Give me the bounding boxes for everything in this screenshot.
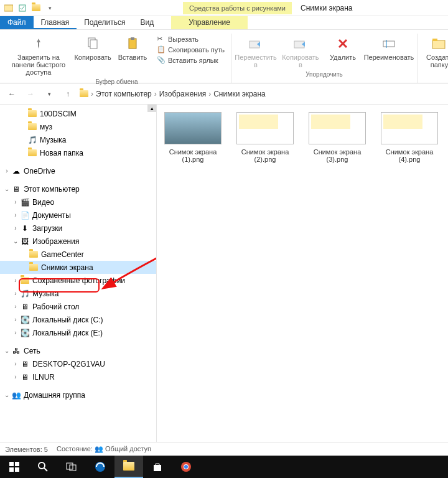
tree-documents[interactable]: 📄Документы [0, 209, 156, 222]
tree-item[interactable]: 🎵Музыка [0, 133, 156, 146]
documents-icon: 📄 [20, 210, 30, 220]
tab-share[interactable]: Поделиться [77, 16, 133, 29]
tree-gamecenter[interactable]: GameCenter [0, 248, 156, 261]
window-title: Снимки экрана [292, 1, 362, 15]
copy-label: Копировать [74, 54, 111, 61]
pictures-icon: 🖼 [20, 237, 30, 246]
tab-home[interactable]: Главная [34, 16, 77, 29]
tree-this-pc[interactable]: 🖥Этот компьютер [0, 182, 156, 195]
delete-button[interactable]: Удалить [324, 34, 362, 70]
svg-rect-14 [9, 467, 14, 472]
new-folder-button[interactable]: Создать папку [420, 34, 448, 70]
paste-shortcut-button[interactable]: 📎Вставить ярлык [157, 56, 225, 65]
crumb-pictures[interactable]: Изображения [159, 90, 206, 98]
task-view-button[interactable] [57, 456, 86, 478]
svg-rect-0 [4, 5, 13, 11]
taskbar [0, 456, 448, 478]
nav-up-button[interactable]: ↑ [61, 87, 75, 101]
clipboard-group-label: Буфер обмена [96, 77, 138, 87]
tree-item[interactable]: муз [0, 120, 156, 133]
tree-network-pc[interactable]: 🖥ILNUR [0, 370, 156, 383]
paste-icon [124, 35, 141, 52]
chrome-button[interactable] [172, 456, 200, 478]
edge-button[interactable] [86, 456, 114, 478]
file-name: Снимок экрана (1).png [164, 148, 222, 163]
navigation-tree: 100DSCIM муз 🎵Музыка Новая папка ☁OneDri… [0, 105, 157, 442]
tree-pictures[interactable]: 🖼Изображения [0, 235, 156, 248]
nav-history-dropdown[interactable]: ▾ [42, 87, 56, 101]
tree-music[interactable]: 🎵Музыка [0, 287, 156, 300]
file-name: Снимок экрана (2).png [236, 148, 294, 163]
paste-label: Вставить [118, 54, 147, 61]
svg-rect-4 [129, 39, 136, 49]
video-icon: 🎬 [20, 197, 30, 207]
ribbon: Закрепить на панели быстрого доступа Коп… [0, 30, 448, 83]
ribbon-tabs: Файл Главная Поделиться Вид Управление [0, 16, 448, 30]
rename-button[interactable]: Переименовать [363, 34, 414, 70]
crumb-screenshots[interactable]: Снимки экрана [213, 90, 266, 98]
tree-disk-e[interactable]: 💽Локальный диск (E:) [0, 326, 156, 339]
svg-point-24 [184, 465, 188, 469]
move-to-label: Переместить в [235, 54, 276, 68]
qat-properties-icon[interactable] [17, 3, 27, 13]
app-menu-icon[interactable] [4, 3, 14, 13]
title-bar: ▾ Средства работы с рисунками Снимки экр… [0, 0, 448, 16]
tree-desktop[interactable]: 🖥Рабочий стол [0, 300, 156, 313]
tab-view[interactable]: Вид [133, 16, 161, 29]
delete-label: Удалить [330, 54, 356, 61]
tree-disk-c[interactable]: 💽Локальный диск (C:) [0, 313, 156, 326]
paste-button[interactable]: Вставить [113, 34, 152, 77]
file-item[interactable]: Снимок экрана (4).png [381, 112, 438, 163]
tree-network[interactable]: 🖧Сеть [0, 344, 156, 357]
contextual-tab-label: Средства работы с рисунками [183, 2, 292, 14]
svg-rect-12 [9, 462, 14, 466]
downloads-icon: ⬇ [20, 223, 30, 233]
search-button[interactable] [29, 456, 57, 478]
tree-item[interactable]: 100DSCIM [0, 107, 156, 120]
pin-icon [30, 35, 47, 52]
tree-downloads[interactable]: ⬇Загрузки [0, 222, 156, 235]
new-folder-label: Создать папку [421, 54, 448, 68]
tree-item[interactable]: Новая папка [0, 146, 156, 159]
tree-screenshots[interactable]: Снимки экрана [0, 261, 156, 274]
copy-button[interactable]: Копировать [73, 34, 112, 77]
tab-manage[interactable]: Управление [171, 16, 248, 29]
store-button[interactable] [143, 456, 172, 478]
file-item[interactable]: Снимок экрана (2).png [236, 112, 294, 163]
tree-network-pc[interactable]: 🖥DESKTOP-Q2G1VAU [0, 357, 156, 370]
svg-rect-10 [432, 40, 445, 49]
svg-line-17 [44, 468, 47, 471]
start-button[interactable] [0, 456, 29, 478]
pin-label: Закрепить на панели быстрого доступа [6, 54, 71, 76]
explorer-button[interactable] [114, 456, 143, 478]
music-icon: 🎵 [27, 135, 37, 145]
file-item[interactable]: Снимок экрана (3).png [309, 112, 366, 163]
file-thumbnail [164, 112, 222, 144]
scrollbar-up[interactable]: ▴ [147, 105, 156, 112]
rename-icon [380, 35, 398, 52]
file-item[interactable]: Снимок экрана (1).png [164, 112, 222, 163]
cut-button[interactable]: ✂Вырезать [157, 35, 225, 44]
crumb-this-pc[interactable]: Этот компьютер [96, 90, 152, 98]
paste-shortcut-icon: 📎 [157, 56, 166, 65]
new-folder-icon [431, 35, 448, 52]
tree-saved-photos[interactable]: Сохраненные фотографии [0, 274, 156, 287]
homegroup-icon: 👥 [11, 390, 21, 400]
pc-icon: 🖥 [20, 372, 30, 382]
nav-forward-button[interactable]: → [24, 87, 37, 101]
tree-videos[interactable]: 🎬Видео [0, 195, 156, 209]
breadcrumb[interactable]: › Этот компьютер › Изображения › Снимки … [80, 90, 443, 98]
copy-path-button[interactable]: 📋Скопировать путь [157, 45, 225, 54]
disk-icon: 💽 [20, 315, 30, 325]
file-list[interactable]: Снимок экрана (1).png Снимок экрана (2).… [157, 105, 448, 442]
nav-back-button[interactable]: ← [5, 87, 19, 101]
tree-onedrive[interactable]: ☁OneDrive [0, 164, 156, 177]
tab-file[interactable]: Файл [0, 16, 34, 29]
qat-dropdown-icon[interactable]: ▾ [45, 3, 55, 13]
copy-to-button[interactable]: Копировать в [279, 34, 322, 70]
move-to-button[interactable]: Переместить в [234, 34, 278, 70]
network-icon: 🖧 [11, 346, 21, 356]
qat-new-folder-icon[interactable] [31, 3, 41, 13]
tree-homegroup[interactable]: 👥Домашняя группа [0, 388, 156, 401]
pin-button[interactable]: Закрепить на панели быстрого доступа [5, 34, 72, 77]
